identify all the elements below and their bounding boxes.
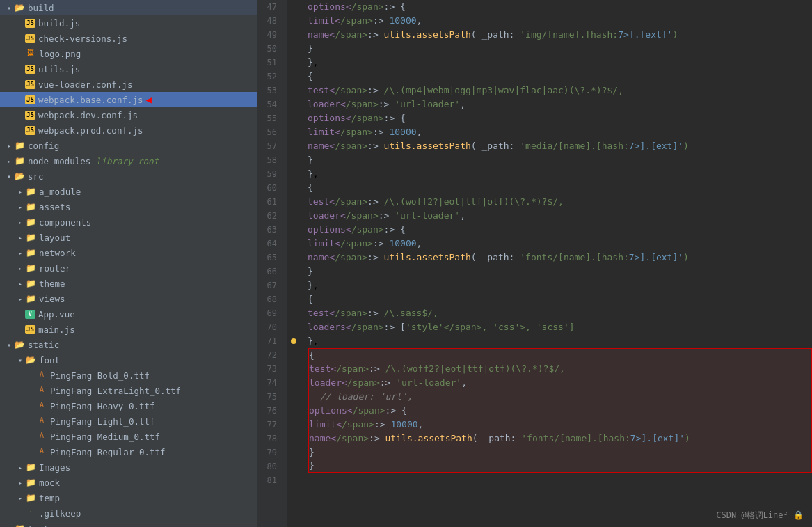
tree-item-mock-folder[interactable]: mock — [0, 475, 257, 490]
tree-item-label: vue-loader.conf.js — [38, 79, 132, 90]
line-number: 60 — [263, 181, 281, 195]
gutter-cell — [287, 292, 302, 306]
gutter-cell — [287, 446, 302, 459]
line-number: 53 — [263, 84, 281, 97]
code-line: }, — [308, 334, 812, 348]
tree-item-build-js[interactable]: JSbuild.js — [0, 15, 257, 31]
tree-item-webpack-dev-conf-js[interactable]: JSwebpack.dev.conf.js — [0, 107, 257, 123]
tree-item-node-modules-folder[interactable]: node_modules library root — [0, 153, 257, 168]
folder-arrow — [4, 4, 14, 12]
tree-item-gitkeep[interactable]: ·.gitkeep — [0, 505, 257, 521]
tree-item-router-folder[interactable]: router — [0, 260, 257, 276]
line-number: 75 — [263, 390, 281, 404]
ttf-file-icon: A — [36, 370, 47, 380]
tree-item-pingfang-extralight[interactable]: APingFang ExtraLight_0.ttf — [0, 383, 257, 398]
gutter-cell — [287, 139, 302, 153]
line-number: 54 — [263, 97, 281, 111]
folder-arrow — [15, 265, 25, 272]
tree-item-pingfang-heavy[interactable]: APingFang Heavy_0.ttf — [0, 398, 257, 414]
gutter-cell — [287, 473, 302, 487]
folder-arrow — [15, 203, 25, 211]
folder-closed-icon — [25, 278, 36, 288]
gutter-cell — [287, 0, 302, 14]
folder-closed-icon — [14, 141, 25, 150]
folder-open-icon — [14, 171, 25, 181]
gutter-cell — [287, 111, 302, 125]
tree-item-config-folder[interactable]: config — [0, 138, 257, 153]
code-line: // loader: 'url', — [308, 390, 812, 404]
tree-item-images-folder[interactable]: Images — [0, 459, 257, 475]
gutter-cell — [287, 84, 302, 97]
tree-item-logo-png[interactable]: 🖼logo.png — [0, 46, 257, 61]
code-line: options</span>:> { — [308, 111, 812, 125]
ttf-file-icon: A — [36, 447, 47, 457]
code-line: loaders</span>:> ['style'</span>, 'css'>… — [308, 320, 812, 334]
tree-item-label: components — [39, 217, 91, 228]
tree-item-views-folder[interactable]: views — [0, 291, 257, 306]
folder-open-icon — [14, 3, 25, 13]
tree-item-label: utils.js — [38, 64, 80, 74]
watermark: CSDN @格调Line² 🔒 — [716, 510, 804, 521]
tree-item-static-folder[interactable]: static — [0, 337, 257, 352]
tree-item-label: webpack.base.conf.js — [38, 95, 143, 105]
tree-item-label: temp — [39, 493, 60, 503]
line-number: 81 — [263, 473, 281, 487]
tree-item-vue-loader-conf-js[interactable]: JSvue-loader.conf.js — [0, 77, 257, 92]
tree-item-label: build.js — [38, 18, 80, 29]
folder-arrow — [4, 525, 14, 528]
tree-item-font-folder[interactable]: font — [0, 352, 257, 368]
folder-closed-icon — [25, 493, 36, 503]
tree-item-assets-folder[interactable]: assets — [0, 199, 257, 214]
tree-item-webpack-prod-conf-js[interactable]: JSwebpack.prod.conf.js — [0, 123, 257, 138]
tree-item-pingfang-bold[interactable]: APingFang Bold_0.ttf — [0, 368, 257, 383]
tree-item-network-folder[interactable]: network — [0, 245, 257, 260]
gutter-cell — [287, 70, 302, 84]
tree-item-label: views — [39, 294, 65, 304]
tree-item-webpack-base-conf-js[interactable]: JSwebpack.base.conf.js◀ — [0, 92, 257, 107]
line-number: 56 — [263, 125, 281, 139]
gutter-cell — [287, 125, 302, 139]
js-file-icon: JS — [25, 80, 35, 89]
folder-open-icon — [25, 355, 36, 365]
tree-item-label: PingFang Regular_0.ttf — [50, 447, 166, 457]
tree-item-label: PingFang Heavy_0.ttf — [50, 401, 155, 411]
code-line: } — [308, 459, 812, 473]
tree-item-test-folder[interactable]: test — [0, 521, 257, 527]
file-tree[interactable]: buildJSbuild.jsJScheck-versions.js🖼logo.… — [0, 0, 257, 527]
code-line: } — [308, 265, 812, 278]
tree-item-components-folder[interactable]: components — [0, 214, 257, 230]
folder-arrow — [4, 142, 14, 150]
tree-item-label: App.vue — [38, 309, 75, 320]
tree-item-pingfang-regular[interactable]: APingFang Regular_0.ttf — [0, 444, 257, 459]
line-number: 48 — [263, 14, 281, 28]
tree-item-label: PingFang Light_0.ttf — [50, 416, 155, 427]
code-line: loader</span>:> 'url-loader', — [308, 97, 812, 111]
tree-item-temp-folder[interactable]: temp — [0, 490, 257, 505]
tree-item-a-module-folder[interactable]: a_module — [0, 184, 257, 199]
folder-arrow — [15, 464, 25, 471]
tree-item-src-folder[interactable]: src — [0, 168, 257, 184]
folder-arrow — [15, 280, 25, 288]
tree-item-utils-js[interactable]: JSutils.js — [0, 61, 257, 77]
tree-item-theme-folder[interactable]: theme — [0, 276, 257, 291]
tree-item-check-versions-js[interactable]: JScheck-versions.js — [0, 31, 257, 46]
line-number: 71 — [263, 334, 281, 348]
tree-item-main-js[interactable]: JSmain.js — [0, 322, 257, 337]
tree-item-app-vue[interactable]: VApp.vue — [0, 306, 257, 322]
ttf-file-icon: A — [36, 432, 47, 441]
code-line: options</span>:> { — [308, 0, 812, 14]
line-number: 55 — [263, 111, 281, 125]
code-line: { — [308, 70, 812, 84]
tree-item-layout-folder[interactable]: layout — [0, 230, 257, 245]
folder-arrow — [4, 341, 14, 349]
js-file-icon: JS — [25, 65, 35, 74]
vue-file-icon: V — [25, 310, 35, 319]
red-arrow-indicator: ◀ — [146, 94, 152, 105]
tree-item-pingfang-light[interactable]: APingFang Light_0.ttf — [0, 414, 257, 429]
code-line: test</span>:> /\.(mp4|webm|ogg|mp3|wav|f… — [308, 84, 812, 97]
folder-arrow — [15, 494, 25, 502]
tree-item-build-folder[interactable]: build — [0, 0, 257, 15]
gutter-cell — [287, 432, 302, 446]
tree-item-pingfang-medium[interactable]: APingFang Medium_0.ttf — [0, 429, 257, 444]
code-line: name</span>:> utils.assetsPath( _path: '… — [308, 251, 812, 265]
